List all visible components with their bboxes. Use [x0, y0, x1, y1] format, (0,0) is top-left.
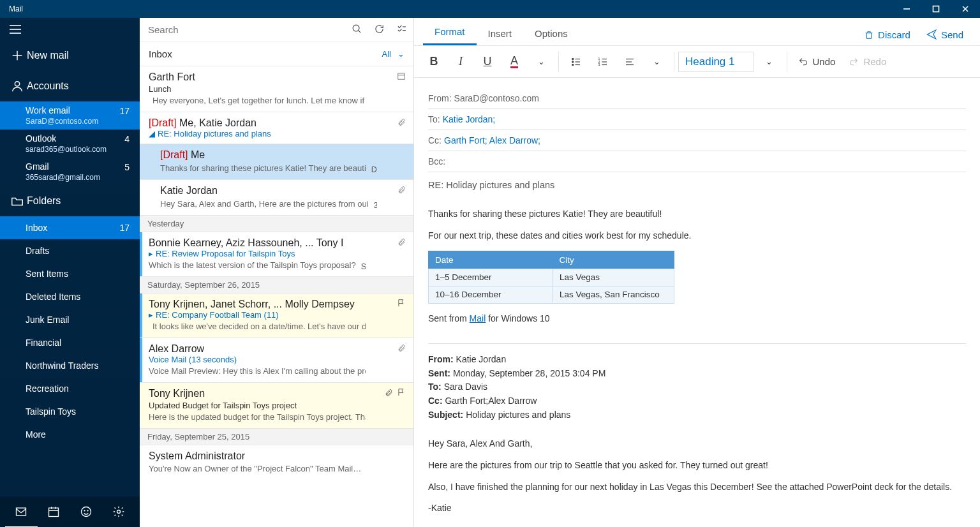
flag-icon[interactable] [397, 299, 406, 308]
flag-icon[interactable] [397, 388, 406, 399]
titlebar: Mail [0, 0, 980, 18]
bullets-button[interactable] [563, 49, 590, 75]
folder-recreation[interactable]: Recreation [0, 377, 140, 400]
new-mail-button[interactable]: New mail [0, 40, 140, 71]
message-list-pane: Inbox All⌄ Garth Fort Lunch Hey everyone… [140, 18, 414, 527]
tab-insert[interactable]: Insert [477, 22, 524, 45]
window-minimize-button[interactable] [892, 0, 921, 18]
font-color-button[interactable]: A [501, 49, 528, 75]
svg-point-25 [572, 58, 574, 59]
window-maximize-button[interactable] [921, 0, 951, 18]
more-paragraph-button[interactable]: ⌄ [643, 49, 670, 75]
svg-line-20 [359, 30, 361, 33]
folder-tailspin[interactable]: Tailspin Toys [0, 400, 140, 423]
folder-more[interactable]: More [0, 423, 140, 446]
trip-table[interactable]: DateCity 1–5 DecemberLas Vegas 10–16 Dec… [428, 251, 674, 304]
search-bar [140, 18, 413, 42]
heading-selector[interactable]: Heading 1 [678, 52, 754, 72]
message-item[interactable]: Tony Krijnen, Janet Schorr, ... Molly De… [140, 293, 413, 338]
list-header: Inbox All⌄ [140, 42, 413, 66]
svg-rect-11 [49, 508, 59, 516]
search-icon[interactable] [352, 24, 362, 36]
align-button[interactable] [616, 49, 643, 75]
folder-deleted[interactable]: Deleted Items [0, 285, 140, 308]
feedback-icon[interactable] [70, 496, 103, 527]
svg-rect-10 [17, 508, 26, 516]
to-field: To: Katie Jordan; [428, 109, 966, 130]
svg-text:3: 3 [598, 63, 600, 66]
send-button[interactable]: Send [918, 24, 971, 45]
more-styles-button[interactable]: ⌄ [756, 49, 783, 75]
bcc-field: Bcc: [428, 151, 966, 172]
folder-icon [10, 194, 27, 208]
folder-financial[interactable]: Financial [0, 331, 140, 354]
account-item-outlook[interactable]: Outlooksarad365@outlook.com 4 [0, 130, 140, 158]
account-item-gmail[interactable]: Gmail365sarad@gmail.com 5 [0, 158, 140, 186]
date-separator: Saturday, September 26, 2015 [140, 277, 413, 293]
sync-icon[interactable] [374, 24, 385, 36]
bottom-bar [0, 496, 140, 527]
message-item-child[interactable]: [Draft] Me Thanks for sharing these pict… [140, 144, 413, 180]
format-ribbon: B I U A ⌄ 123 ⌄ Heading 1 ⌄ Undo Redo [414, 46, 980, 78]
recipient-link[interactable]: Garth Fort; Alex Darrow; [444, 135, 540, 145]
account-name: Outlook [26, 133, 107, 144]
italic-button[interactable]: I [447, 49, 474, 75]
search-input[interactable] [146, 24, 352, 35]
hamburger-button[interactable] [0, 18, 140, 40]
message-item[interactable]: Alex Darrow Voice Mail (13 seconds) Voic… [140, 338, 413, 383]
inbox-label: Inbox [149, 48, 172, 59]
svg-point-9 [15, 82, 19, 86]
folders-label: Folders [27, 195, 130, 207]
mail-icon[interactable] [5, 498, 38, 528]
folder-sent[interactable]: Sent Items [0, 262, 140, 285]
more-font-button[interactable]: ⌄ [528, 49, 554, 75]
date-separator: Friday, September 25, 2015 [140, 429, 413, 445]
message-item-child[interactable]: Katie Jordan Hey Sara, Alex and Garth, H… [140, 180, 413, 216]
bold-button[interactable]: B [420, 49, 447, 75]
mail-app-link[interactable]: Mail [470, 313, 486, 323]
accounts-header[interactable]: Accounts [0, 71, 140, 101]
folder-northwind[interactable]: Northwind Traders [0, 354, 140, 377]
account-item-work[interactable]: Work emailSaraD@contoso.com 17 [0, 101, 140, 130]
redo-button[interactable]: Redo [842, 56, 893, 67]
calendar-event-icon [397, 71, 406, 80]
select-mode-icon[interactable] [396, 24, 407, 36]
attachment-icon [397, 185, 406, 195]
svg-rect-23 [398, 73, 405, 79]
account-badge: 4 [124, 133, 130, 144]
recipient-link[interactable]: Katie Jordan; [443, 114, 496, 124]
message-item[interactable]: Tony Krijnen Updated Budget for Tailspin… [140, 383, 413, 429]
accounts-label: Accounts [27, 80, 130, 92]
settings-icon[interactable] [102, 496, 135, 527]
folder-inbox[interactable]: Inbox17 [0, 216, 140, 239]
window-close-button[interactable] [951, 0, 980, 18]
svg-point-15 [81, 507, 91, 517]
folder-drafts[interactable]: Drafts [0, 239, 140, 262]
message-item[interactable]: Bonnie Kearney, Aziz Hassouneh, ... Tony… [140, 232, 413, 277]
folder-junk[interactable]: Junk Email [0, 308, 140, 331]
app-title: Mail [9, 4, 23, 13]
numbered-list-button[interactable]: 123 [590, 49, 616, 75]
message-item-thread[interactable]: [Draft] Me, Katie Jordan ◢RE: Holiday pi… [140, 112, 413, 144]
svg-point-27 [572, 61, 574, 62]
tab-format[interactable]: Format [423, 20, 477, 45]
filter-dropdown[interactable]: All⌄ [382, 49, 405, 59]
undo-button[interactable]: Undo [791, 56, 842, 67]
message-item[interactable]: Garth Fort Lunch Hey everyone, Let's get… [140, 66, 413, 112]
subject-field[interactable]: RE: Holiday pictures and plans [428, 172, 966, 198]
underline-button[interactable]: U [474, 49, 501, 75]
folder-badge: 17 [119, 223, 130, 233]
from-field: From: SaraD@contoso.com [428, 88, 966, 109]
svg-point-18 [117, 510, 120, 514]
discard-button[interactable]: Discard [856, 24, 918, 45]
collapse-icon: ◢ [149, 129, 155, 138]
chevron-down-icon: ⌄ [397, 49, 405, 59]
folders-header[interactable]: Folders [0, 186, 140, 216]
quoted-message: From: Katie Jordan Sent: Monday, Septemb… [428, 343, 966, 516]
tab-options[interactable]: Options [523, 22, 579, 45]
message-body[interactable]: From: SaraD@contoso.com To: Katie Jordan… [414, 78, 980, 527]
account-email: SaraD@contoso.com [26, 117, 98, 126]
calendar-icon[interactable] [38, 496, 70, 527]
message-item[interactable]: System Administrator You're Now an Owner… [140, 445, 413, 479]
account-email: sarad365@outlook.com [26, 145, 107, 154]
